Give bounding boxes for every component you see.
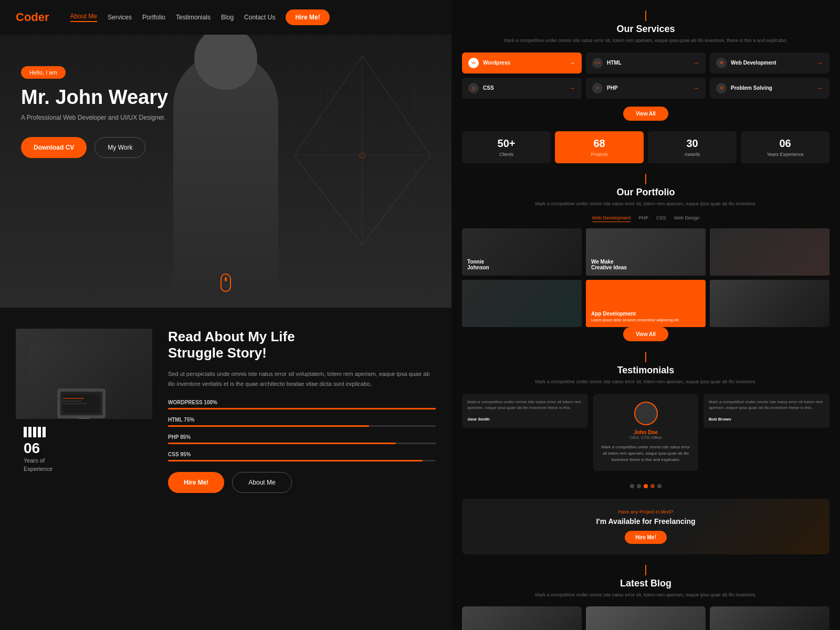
nav-services[interactable]: Services: [108, 14, 132, 21]
logo[interactable]: Coder: [16, 10, 49, 24]
freelance-hire-button[interactable]: Hire Me!: [625, 531, 666, 544]
nav-about[interactable]: About Me: [70, 13, 97, 22]
hire-me-nav-button[interactable]: Hire Me!: [286, 9, 329, 25]
exp-lines: [24, 427, 144, 437]
hero-buttons: Download CV My Work: [21, 137, 168, 158]
filter-webdesign[interactable]: Web Design: [674, 215, 700, 222]
portfolio-view-all-button[interactable]: View All: [623, 327, 668, 341]
blog-divider: [645, 565, 646, 575]
nav-testimonials[interactable]: Testimonials: [176, 14, 211, 21]
portfolio-item-2[interactable]: We MakeCreative Ideas: [586, 228, 706, 276]
stat-experience-num: 06: [747, 138, 823, 150]
portfolio-item-3[interactable]: [710, 228, 830, 276]
dot-3[interactable]: [644, 484, 648, 488]
services-divider: [645, 10, 646, 21]
portfolio-item-5-title: App Development: [591, 311, 700, 317]
testimonial-role: CEO, CTO Office: [601, 435, 690, 440]
dot-2[interactable]: [637, 484, 641, 488]
portfolio-item-6[interactable]: [710, 280, 830, 327]
stat-clients-label: Clients: [468, 152, 544, 157]
scroll-dot: [225, 277, 227, 281]
freelance-content: Have any Project in Mind? I'm Available …: [472, 509, 819, 544]
testimonial-left-text: Mark a competitive under omnis iste natu…: [467, 399, 583, 411]
service-php-name: PHP: [607, 85, 618, 91]
freelance-title: I'm Available for Freelancing: [472, 517, 819, 526]
portfolio-item-1-title: TonnieJohnson: [467, 259, 576, 270]
service-card-left: ⚙ Problem Solving: [716, 83, 772, 93]
service-card-left: ∞ PHP: [592, 83, 618, 93]
stat-clients-num: 50+: [468, 138, 544, 150]
webdev-icon: ⊞: [716, 58, 727, 68]
service-webdev[interactable]: ⊞ Web Development →: [710, 52, 830, 74]
dot-1[interactable]: [630, 484, 634, 488]
portfolio-item-1[interactable]: TonnieJohnson: [462, 228, 582, 276]
about-me-button[interactable]: About Me: [232, 472, 291, 493]
navbar: Coder About Me Services Portfolio Testim…: [0, 0, 452, 35]
service-wordpress[interactable]: W Wordpress →: [462, 52, 582, 74]
left-section: Coder About Me Services Portfolio Testim…: [0, 0, 452, 630]
dot-5[interactable]: [657, 484, 662, 488]
dot-4[interactable]: [650, 484, 655, 488]
geo-lines-svg: [289, 50, 436, 250]
skill-php-fill: [168, 443, 396, 444]
blog-card-2[interactable]: Blog Post Two: [586, 606, 706, 630]
blog-title: Latest Blog: [462, 578, 830, 589]
stat-projects-num: 68: [561, 138, 637, 150]
hero-section: Hello, I am Mr. John Weary A Professiona…: [0, 35, 452, 308]
download-cv-button[interactable]: Download CV: [21, 137, 87, 158]
person-head: [194, 35, 257, 90]
skill-wordpress-fill: [168, 408, 436, 410]
filter-php[interactable]: PHP: [638, 215, 648, 222]
exp-line: [24, 427, 27, 437]
testimonial-right: Mark a competitive under omnis iste natu…: [704, 394, 830, 428]
right-section[interactable]: Our Services Mark a competitive under om…: [452, 0, 840, 630]
blog-img-3: [710, 606, 830, 630]
blog-card-1[interactable]: Blog Post One: [462, 606, 582, 630]
skill-html-fill: [168, 425, 369, 427]
portfolio-filter: Web Development PHP CSS Web Design: [462, 215, 830, 222]
service-wordpress-name: Wordpress: [483, 60, 510, 66]
services-view-all-button[interactable]: View All: [623, 107, 668, 121]
services-section: Our Services Mark a competitive under om…: [462, 10, 830, 121]
blog-card-3[interactable]: Blog Post Three: [710, 606, 830, 630]
skill-php: PHP 85%: [168, 434, 436, 444]
about-title: Read About My LifeStruggle Story!: [168, 329, 436, 361]
svg-line-2: [294, 155, 362, 245]
service-css[interactable]: {} CSS →: [462, 78, 582, 99]
logo-rest: r: [45, 10, 49, 24]
portfolio-item-3-inner: [710, 228, 830, 276]
blog-img-2: [586, 606, 706, 630]
service-php[interactable]: ∞ PHP →: [586, 78, 706, 99]
service-problem[interactable]: ⚙ Problem Solving →: [710, 78, 830, 99]
stat-experience-label: Years Experience: [747, 152, 823, 157]
my-work-button[interactable]: My Work: [94, 137, 145, 158]
nav-contact[interactable]: Contact Us: [244, 14, 275, 21]
hero-content: Hello, I am Mr. John Weary A Professiona…: [21, 66, 168, 158]
filter-css[interactable]: CSS: [656, 215, 666, 222]
skill-html: HTML 75%: [168, 417, 436, 427]
service-webdev-name: Web Development: [731, 60, 776, 66]
testimonial-left: Mark a competitive under omnis iste natu…: [462, 394, 588, 428]
skill-html-bg: [168, 425, 436, 427]
about-content: Read About My LifeStruggle Story! Sed ut…: [168, 329, 436, 493]
filter-webdev[interactable]: Web Development: [592, 215, 631, 222]
service-card-left: W Wordpress: [468, 58, 510, 68]
svg-line-3: [294, 56, 362, 155]
service-html-name: HTML: [607, 60, 622, 66]
nav-blog[interactable]: Blog: [221, 14, 234, 21]
portfolio-item-4[interactable]: [462, 280, 582, 327]
testimonials-title: Testimonials: [462, 365, 830, 376]
service-html[interactable]: </> HTML →: [586, 52, 706, 74]
portfolio-item-5[interactable]: App Development Lorem ipsum dolor sit am…: [586, 280, 706, 327]
stat-clients: 50+ Clients: [462, 131, 551, 163]
stat-awards-num: 30: [654, 138, 730, 150]
exp-line: [38, 427, 41, 437]
portfolio-item-5-sub: Lorem ipsum dolor sit amet consectetur a…: [591, 318, 700, 322]
hire-me-about-button[interactable]: Hire Me!: [168, 472, 224, 493]
about-description: Sed ut perspiciatis unde omnis iste natu…: [168, 369, 436, 388]
skill-css: CSS 95%: [168, 452, 436, 461]
stats-row: 50+ Clients 68 Projects 30 Awards 06 Yea…: [462, 131, 830, 163]
nav-portfolio[interactable]: Portfolio: [142, 14, 165, 21]
hero-subtitle: A Professional Web Developer and UI/UX D…: [21, 114, 168, 121]
portfolio-subtitle: Mark a competitive under omnis iste natu…: [462, 201, 830, 208]
